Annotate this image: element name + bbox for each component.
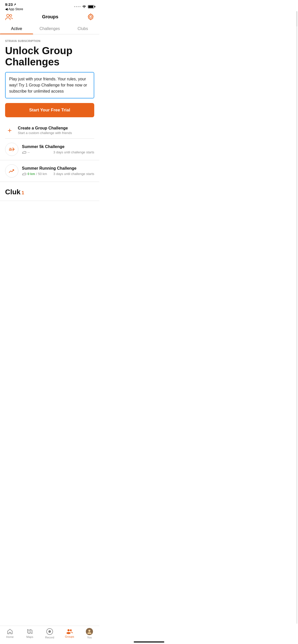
tab-bar: Active Challenges Clubs — [0, 23, 99, 34]
subscription-label: STRAVA SUBSCRIPTION — [5, 39, 94, 42]
tab-clubs[interactable]: Clubs — [66, 23, 99, 34]
challenge-name-summer-running: Summer Running Challenge — [22, 166, 94, 171]
create-challenge-subtitle: Start a custom challenge with friends — [18, 131, 72, 135]
shoe-icon-2 — [22, 172, 26, 176]
groups-people-icon — [5, 13, 13, 20]
challenge-info-summer-running: Summer Running Challenge 0 km / 50 km 3 … — [22, 166, 94, 176]
wifi-icon — [82, 5, 86, 8]
subscription-section: STRAVA SUBSCRIPTION Unlock Group Challen… — [0, 34, 99, 139]
challenge-item-summer5k[interactable]: Summer 5k Challenge -- 3 days until chal… — [0, 139, 99, 160]
challenge-days-summer-running: 3 days until challenge starts — [53, 172, 94, 176]
challenge-stats-summer-running: 0 km / 50 km — [22, 172, 47, 176]
free-trial-button[interactable]: Start Your Free Trial — [5, 103, 94, 117]
signal-dots-icon — [74, 6, 80, 7]
challenge-list: Summer 5k Challenge -- 3 days until chal… — [0, 139, 99, 182]
challenge-icon-arrows — [5, 143, 18, 156]
challenge-days-summer5k: 3 days until challenge starts — [53, 150, 94, 154]
status-left: 9:23 ↗ ◀ App Store — [5, 2, 23, 11]
tab-active[interactable]: Active — [0, 23, 33, 34]
description-box: Play just with your friends. Your rules,… — [5, 72, 94, 98]
battery-icon — [88, 5, 94, 8]
clubs-section-partial: Cluk1 — [0, 182, 99, 201]
status-time: 9:23 ↗ — [5, 2, 23, 7]
challenge-current-km: -- — [28, 150, 30, 154]
page-title: Groups — [42, 14, 58, 20]
km-separator: / — [36, 172, 37, 176]
status-right — [74, 5, 94, 8]
challenge-icon-trend — [5, 164, 18, 178]
unlock-title: Unlock Group Challenges — [5, 45, 94, 67]
status-bar: 9:23 ↗ ◀ App Store — [0, 0, 99, 11]
back-label: App Store — [8, 7, 23, 11]
settings-gear-icon[interactable] — [87, 13, 94, 20]
back-arrow-icon: ◀ — [5, 7, 8, 11]
description-text: Play just with your friends. Your rules,… — [9, 77, 87, 93]
create-challenge-text: Create a Group Challenge Start a custom … — [18, 126, 72, 135]
back-button[interactable]: ◀ App Store — [5, 7, 23, 11]
total-km-label: 50 km — [38, 172, 47, 176]
main-content: STRAVA SUBSCRIPTION Unlock Group Challen… — [0, 34, 99, 226]
tab-challenges[interactable]: Challenges — [33, 23, 66, 34]
page-header: Groups — [0, 11, 99, 23]
shoe-icon — [22, 151, 26, 154]
svg-point-1 — [10, 14, 12, 17]
plus-icon: + — [5, 126, 14, 135]
challenge-name-summer5k: Summer 5k Challenge — [22, 144, 94, 149]
challenge-stats-summer5k: -- — [22, 150, 30, 154]
challenge-meta-summer-running: 0 km / 50 km 3 days until challenge star… — [22, 172, 94, 176]
time-display: 9:23 — [5, 2, 13, 7]
create-challenge-row[interactable]: + Create a Group Challenge Start a custo… — [5, 122, 94, 139]
location-arrow-icon: ↗ — [13, 3, 16, 6]
create-challenge-title: Create a Group Challenge — [18, 126, 72, 130]
challenge-meta-summer5k: -- 3 days until challenge starts — [22, 150, 94, 154]
current-km-label: 0 km — [28, 172, 35, 176]
challenge-info-summer5k: Summer 5k Challenge -- 3 days until chal… — [22, 144, 94, 154]
challenge-item-summer-running[interactable]: Summer Running Challenge 0 km / 50 km 3 … — [0, 160, 99, 182]
svg-point-0 — [7, 14, 9, 17]
svg-point-2 — [89, 16, 92, 18]
